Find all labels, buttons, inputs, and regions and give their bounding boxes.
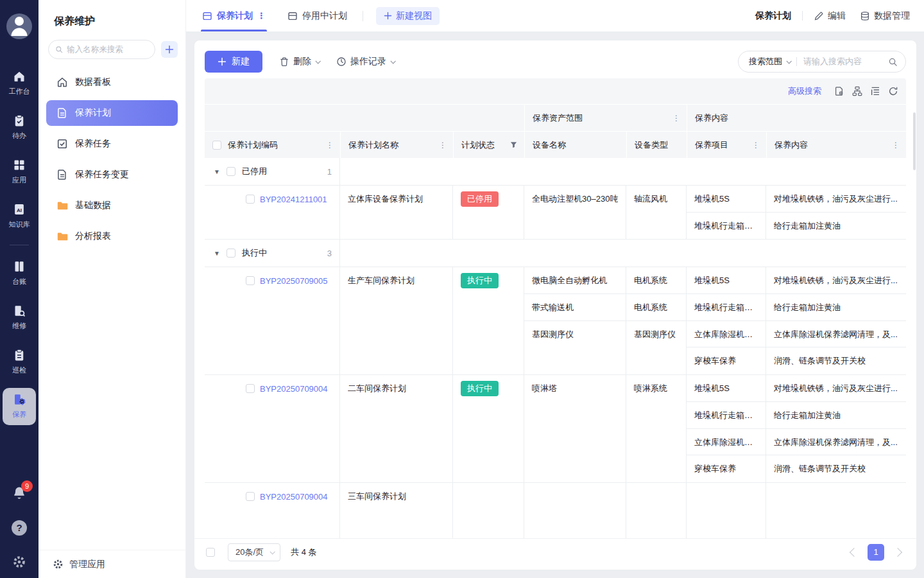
view-grid-icon xyxy=(202,11,212,21)
help-icon[interactable]: ? xyxy=(12,520,27,536)
col-status: 计划状态 xyxy=(453,131,524,158)
new-view-button[interactable]: 新建视图 xyxy=(376,7,440,25)
pager-checkbox[interactable] xyxy=(206,548,215,557)
sidebar-search[interactable] xyxy=(48,40,155,59)
sidebar-item-report[interactable]: 分析报表 xyxy=(46,223,178,249)
maintenance-project: 穿梭车保养 xyxy=(687,347,766,374)
sidebar-item-base-data[interactable]: 基础数据 xyxy=(46,193,178,218)
more-icon[interactable]: ⋮ xyxy=(752,141,760,150)
prev-page-button[interactable] xyxy=(850,547,859,556)
status-badge: 已停用 xyxy=(461,191,499,207)
row-checkbox[interactable] xyxy=(246,384,255,393)
col-device-name: 设备名称 xyxy=(524,131,626,158)
rail-item-todo[interactable]: 待办 xyxy=(3,109,36,146)
group-row: ▼ 执行中 3 xyxy=(205,240,906,267)
more-icon[interactable]: ⋮ xyxy=(672,114,680,123)
search-scope-select[interactable]: 搜索范围 xyxy=(749,56,791,67)
database-icon xyxy=(860,11,870,21)
col-name: 保养计划名称 ⋮ xyxy=(340,131,453,158)
manage-app-button[interactable]: 管理应用 xyxy=(38,550,185,578)
plan-code-link[interactable]: BYP20250709004 xyxy=(260,492,328,502)
rail-item-ledger[interactable]: 台账 xyxy=(3,255,36,292)
tab-separator xyxy=(363,11,363,21)
row-checkbox[interactable] xyxy=(246,492,255,501)
column-settings-icon[interactable] xyxy=(870,86,880,96)
rail-item-inspection[interactable]: 巡检 xyxy=(3,344,36,381)
rail-item-label: 巡检 xyxy=(12,365,26,375)
topbar: 保养计划⋮停用中计划 新建视图 保养计划 编辑 数据管理 xyxy=(186,0,924,31)
manage-app-icon xyxy=(53,559,64,570)
delete-button[interactable]: 删除 xyxy=(279,56,320,67)
rail-item-apps[interactable]: 应用 xyxy=(3,153,36,191)
collapse-arrow-icon[interactable]: ▼ xyxy=(214,250,220,257)
maintenance-content: 给行走箱加注黄油 xyxy=(766,294,906,321)
rail-item-label: 工作台 xyxy=(9,87,30,96)
flow-view-icon[interactable] xyxy=(852,86,862,96)
tab-more-icon[interactable]: ⋮ xyxy=(257,11,266,21)
edit-button[interactable]: 编辑 xyxy=(814,10,846,22)
status-badge: 执行中 xyxy=(461,273,499,288)
rail-item-maintenance[interactable]: 保养 xyxy=(3,388,36,425)
col-device-type: 设备类型 xyxy=(626,131,687,158)
sidebar-item-label: 数据看板 xyxy=(75,76,111,88)
sidebar-search-input[interactable] xyxy=(67,45,148,54)
filter-icon[interactable] xyxy=(509,141,518,149)
plan-code-link[interactable]: BYP20250709005 xyxy=(260,276,328,286)
current-page[interactable]: 1 xyxy=(868,544,884,561)
refresh-icon[interactable] xyxy=(888,86,898,96)
page-size-select[interactable]: 20条/页 xyxy=(228,543,280,561)
group-label: 执行中 xyxy=(242,247,267,259)
rail-item-knowledge[interactable]: AI知识库 xyxy=(3,198,36,235)
collapse-arrow-icon[interactable]: ▼ xyxy=(214,168,220,175)
plan-row: BYP20250709004二车间保养计划执行中喷淋塔喷淋系统堆垛机5S堆垛机行… xyxy=(205,375,906,483)
next-page-button[interactable] xyxy=(893,547,902,556)
group-checkbox[interactable] xyxy=(227,167,235,176)
sidebar-item-task[interactable]: 保养任务 xyxy=(46,131,178,157)
scrollbar-thumb[interactable] xyxy=(913,112,916,170)
rail-item-workbench[interactable]: 工作台 xyxy=(3,65,36,102)
plan-table: 高级搜索 保养资产范围 ⋮ 保养内容 xyxy=(205,78,906,538)
plan-code-link[interactable]: BYP20250709004 xyxy=(260,384,328,394)
plan-name: 三车间保养计划 xyxy=(340,483,453,538)
plus-icon xyxy=(218,57,227,66)
advanced-search-link[interactable]: 高级搜索 xyxy=(788,85,821,97)
plan-status-cell: 执行中 xyxy=(453,267,524,374)
app-root: 工作台待办应用AI知识库台账维修巡检保养 9 ? 保养维护 数据看板保养计划保养… xyxy=(0,0,924,578)
sidebar-item-plan[interactable]: 保养计划 xyxy=(46,100,178,126)
sidebar-item-dashboard[interactable]: 数据看板 xyxy=(46,69,178,95)
export-icon[interactable] xyxy=(834,86,844,96)
status-badge: 执行中 xyxy=(461,381,499,396)
header-content-group: 保养内容 xyxy=(687,104,906,131)
maintenance-content: 给行走箱加注黄油 xyxy=(766,402,906,429)
rail-items: 工作台待办应用AI知识库台账维修巡检保养 xyxy=(0,65,38,432)
create-button[interactable]: 新建 xyxy=(205,51,262,73)
avatar[interactable] xyxy=(6,13,32,39)
sidebar-add-button[interactable] xyxy=(161,41,178,58)
data-manage-button[interactable]: 数据管理 xyxy=(860,10,910,22)
maintenance-content: 对堆垛机铁锈，油污及灰尘进行... xyxy=(766,186,906,213)
table-search[interactable]: 搜索范围 请输入搜索内容 xyxy=(738,51,906,73)
new-view-label: 新建视图 xyxy=(396,10,432,22)
row-checkbox[interactable] xyxy=(246,276,255,285)
tab-plan[interactable]: 保养计划⋮ xyxy=(201,0,267,31)
rail-bottom: 9 ? xyxy=(12,486,27,578)
select-all-checkbox[interactable] xyxy=(212,141,221,150)
notification-bell-icon[interactable]: 9 xyxy=(12,486,26,500)
device-type: 轴流风机 xyxy=(626,186,686,239)
rail-item-repair[interactable]: 维修 xyxy=(3,299,36,337)
more-icon[interactable]: ⋮ xyxy=(892,141,900,150)
group-row: ▼ 已停用 1 xyxy=(205,158,906,186)
more-icon[interactable]: ⋮ xyxy=(326,141,334,150)
history-button[interactable]: 操作记录 xyxy=(336,56,395,67)
sidebar-item-task-change[interactable]: 保养任务变更 xyxy=(46,162,178,188)
tab-stopped-plan[interactable]: 停用中计划 xyxy=(286,0,348,31)
knowledge-icon: AI xyxy=(13,203,26,216)
row-checkbox[interactable] xyxy=(246,195,255,204)
maintenance-project: 立体库除湿机保养 xyxy=(687,321,766,348)
settings-gear-icon[interactable] xyxy=(12,555,26,569)
plan-code-link[interactable]: BYP20241211001 xyxy=(260,195,327,204)
more-icon[interactable]: ⋮ xyxy=(439,141,447,150)
group-checkbox[interactable] xyxy=(227,249,235,258)
search-icon[interactable] xyxy=(888,57,898,67)
check-square-icon xyxy=(56,138,68,150)
